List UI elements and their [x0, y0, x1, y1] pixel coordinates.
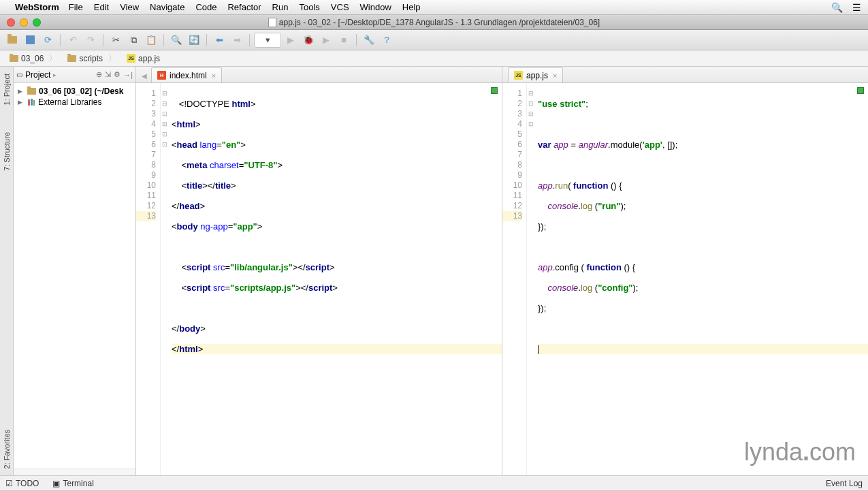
menu-vcs[interactable]: VCS	[331, 2, 349, 12]
coverage-button[interactable]: ▶	[318, 33, 334, 48]
debug-button[interactable]: 🐞	[300, 33, 317, 48]
folder-icon	[10, 55, 18, 62]
open-button[interactable]	[4, 33, 20, 48]
library-icon	[27, 98, 35, 106]
folder-icon	[67, 55, 76, 62]
zoom-window-button[interactable]	[33, 18, 41, 27]
close-tab-icon[interactable]: ×	[212, 72, 216, 80]
find-button[interactable]: 🔍	[168, 33, 184, 48]
text-cursor	[538, 345, 539, 354]
left-editor: ◀ H index.html × 12345678910111213 ⊟⊟ ⊡⊟…	[136, 67, 502, 475]
close-tab-icon[interactable]: ×	[553, 72, 557, 80]
project-tool-tab[interactable]: 1: Project	[1, 67, 12, 112]
fold-column[interactable]: ⊟ ⊡ ⊟ ⊡	[527, 83, 535, 475]
run-config-button[interactable]: ▾	[254, 33, 281, 48]
window-title-bar: app.js - 03_02 - [~/Desktop/DE_1378 Angu…	[0, 15, 868, 30]
menu-help[interactable]: Help	[402, 2, 421, 12]
project-panel: ▭Project▸ ⊕ ⇲ ⚙ →| ▶03_06 [03_02] (~/Des…	[14, 67, 136, 475]
left-tool-tabs: 1: Project 7: Structure 2: Favorites	[0, 67, 14, 475]
svg-rect-2	[33, 100, 35, 106]
settings-button[interactable]: 🔧	[361, 33, 377, 48]
replace-button[interactable]: 🔄	[186, 33, 202, 48]
save-button[interactable]	[22, 33, 38, 48]
terminal-tool-tab[interactable]: ▣Terminal	[52, 479, 93, 488]
scroll-from-source-icon[interactable]: ⊕	[96, 70, 102, 79]
project-root[interactable]: ▶03_06 [03_02] (~/Desk	[15, 86, 134, 97]
js-icon: JS	[514, 71, 523, 80]
event-log-tool-tab[interactable]: Event Log	[826, 479, 863, 488]
fold-column[interactable]: ⊟⊟ ⊡⊟ ⊡⊡	[161, 83, 169, 475]
menu-code[interactable]: Code	[195, 2, 216, 12]
breadcrumb-item[interactable]: 03_06	[4, 52, 62, 65]
bottom-tool-bar: ☑TODO ▣Terminal Event Log	[0, 475, 868, 490]
window-title: app.js - 03_02 - [~/Desktop/DE_1378 Angu…	[279, 18, 600, 27]
sync-button[interactable]: ⟳	[39, 33, 56, 48]
code-editor-right[interactable]: 12345678910111213 ⊟ ⊡ ⊟ ⊡ "use strict"; …	[502, 83, 868, 475]
cut-button[interactable]: ✂	[108, 33, 124, 48]
line-gutter: 12345678910111213	[136, 83, 161, 475]
todo-tool-tab[interactable]: ☑TODO	[5, 479, 39, 488]
menu-refactor[interactable]: Refactor	[227, 2, 261, 12]
stop-button[interactable]: ■	[336, 33, 352, 48]
file-icon	[268, 18, 276, 27]
menu-window[interactable]: Window	[360, 2, 391, 12]
minimize-window-button[interactable]	[20, 18, 28, 27]
app-menu[interactable]: WebStorm	[15, 2, 59, 12]
file-tab-index[interactable]: H index.html ×	[151, 67, 222, 82]
hide-icon[interactable]: →|	[123, 71, 133, 79]
code-editor-left[interactable]: 12345678910111213 ⊟⊟ ⊡⊟ ⊡⊡ <!DOCTYPE htm…	[136, 83, 502, 475]
menu-tools[interactable]: Tools	[299, 2, 319, 12]
inspection-status-icon[interactable]	[491, 87, 498, 94]
collapse-icon[interactable]: ⇲	[105, 70, 111, 79]
favorites-tool-tab[interactable]: 2: Favorites	[1, 423, 12, 475]
redo-button[interactable]: ↷	[82, 33, 99, 48]
inspection-status-icon[interactable]	[857, 87, 864, 94]
js-icon: JS	[127, 54, 135, 63]
folder-icon	[27, 88, 36, 95]
back-button[interactable]: ⬅	[211, 33, 227, 48]
paste-button[interactable]: 📋	[143, 33, 159, 48]
html-icon: H	[157, 71, 166, 80]
menu-file[interactable]: File	[69, 2, 83, 12]
external-libraries[interactable]: ▶External Libraries	[15, 97, 134, 108]
svg-rect-0	[28, 99, 30, 106]
main-toolbar: ⟳ ↶ ↷ ✂ ⧉ 📋 🔍 🔄 ⬅ ➡ ▾ ▶ 🐞 ▶ ■ 🔧 ?	[0, 30, 868, 50]
close-window-button[interactable]	[7, 18, 15, 27]
forward-button[interactable]: ➡	[229, 33, 245, 48]
run-button[interactable]: ▶	[283, 33, 299, 48]
breadcrumb-item[interactable]: scripts	[62, 52, 121, 65]
mac-menu-bar: WebStorm File Edit View Navigate Code Re…	[0, 0, 868, 15]
breadcrumb-item[interactable]: JSapp.js	[121, 52, 165, 65]
menu-extras-icon[interactable]: ☰	[852, 2, 861, 13]
menu-navigate[interactable]: Navigate	[150, 2, 184, 12]
prev-tab-icon[interactable]: ◀	[142, 72, 147, 80]
undo-button[interactable]: ↶	[65, 33, 81, 48]
line-gutter: 12345678910111213	[502, 83, 527, 475]
file-tab-app[interactable]: JS app.js ×	[508, 67, 563, 82]
spotlight-icon[interactable]: 🔍	[831, 2, 843, 13]
structure-tool-tab[interactable]: 7: Structure	[1, 125, 12, 178]
menu-run[interactable]: Run	[272, 2, 289, 12]
help-button[interactable]: ?	[379, 33, 395, 48]
breadcrumb-bar: 03_06 scripts JSapp.js	[0, 50, 868, 67]
settings-icon[interactable]: ⚙	[114, 70, 120, 79]
menu-edit[interactable]: Edit	[94, 2, 109, 12]
right-editor: JS app.js × 12345678910111213 ⊟ ⊡ ⊟ ⊡ "u…	[502, 67, 868, 475]
menu-view[interactable]: View	[120, 2, 139, 12]
panel-title: Project	[25, 70, 50, 80]
svg-rect-1	[31, 99, 33, 106]
copy-button[interactable]: ⧉	[125, 33, 142, 48]
